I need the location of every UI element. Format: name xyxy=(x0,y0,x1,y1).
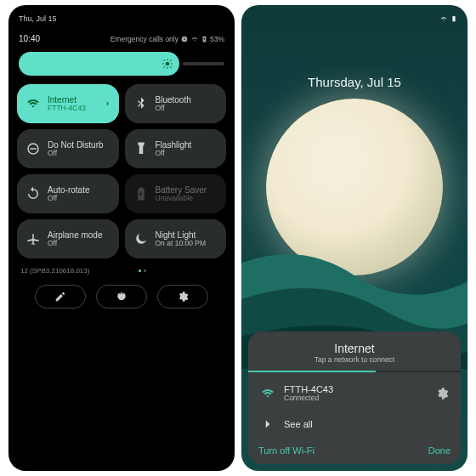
svg-line-8 xyxy=(170,60,171,60)
page-indicator xyxy=(139,269,146,272)
brightness-row xyxy=(8,47,235,84)
svg-line-6 xyxy=(170,66,171,67)
sheet-title: Internet xyxy=(258,342,450,355)
battery-icon xyxy=(133,186,149,201)
tile-sub: Unavailable xyxy=(156,195,207,202)
settings-button[interactable] xyxy=(157,285,208,309)
wifi-icon xyxy=(190,35,199,43)
tile-bluetooth[interactable]: BluetoothOff xyxy=(125,84,227,123)
sheet-footer: Turn off Wi-Fi Done xyxy=(258,439,450,456)
svg-line-7 xyxy=(163,66,164,67)
rotate-icon xyxy=(26,186,41,201)
tile-night-light[interactable]: Night LightOn at 10:00 PM xyxy=(125,219,227,258)
tile-sub: Off xyxy=(48,195,89,202)
alarm-icon xyxy=(180,35,189,43)
moon-icon xyxy=(133,231,149,246)
tile-internet[interactable]: InternetFTTH-4C43 xyxy=(17,84,119,123)
airplane-icon xyxy=(26,231,41,246)
qs-header: 10:40 Emergency calls only 53% xyxy=(8,27,235,47)
wifi-icon xyxy=(260,386,275,401)
qs-footer xyxy=(8,278,235,315)
network-row[interactable]: FTTH-4C43Connected xyxy=(258,377,450,410)
phone-lockscreen: Thursday, Jul 15 Internet Tap a network … xyxy=(241,5,468,471)
svg-line-5 xyxy=(163,60,164,60)
qs-tiles: InternetFTTH-4C43 BluetoothOff Do Not Di… xyxy=(8,84,235,258)
tile-sub: Off xyxy=(156,105,191,112)
edit-button[interactable] xyxy=(35,285,86,309)
battery-percent: 53% xyxy=(210,35,224,43)
done-button[interactable]: Done xyxy=(428,445,450,456)
brightness-slider[interactable] xyxy=(19,52,179,76)
status-bar: Thu, Jul 15 xyxy=(8,5,235,27)
brightness-knob[interactable] xyxy=(159,55,176,72)
chevron-right-icon xyxy=(260,416,275,432)
network-settings-button[interactable] xyxy=(435,387,449,400)
emergency-label: Emergency calls only xyxy=(110,35,178,43)
bluetooth-icon xyxy=(133,96,149,111)
flashlight-icon xyxy=(133,141,149,156)
brightness-track xyxy=(183,62,224,65)
pencil-icon xyxy=(54,291,66,303)
tile-battery-saver[interactable]: Battery SaverUnavailable xyxy=(125,174,227,213)
brightness-icon xyxy=(162,58,173,70)
qs-clock: 10:40 xyxy=(19,34,40,43)
tile-sub: Off xyxy=(156,150,192,157)
build-label: 12 (SPB3.210618.013) xyxy=(20,267,89,275)
power-icon xyxy=(116,291,128,303)
svg-point-0 xyxy=(165,62,169,66)
build-row: 12 (SPB3.210618.013) xyxy=(8,258,235,278)
network-status: Connected xyxy=(284,394,427,403)
phone-quick-settings: Thu, Jul 15 10:40 Emergency calls only 5… xyxy=(8,5,235,471)
tile-dnd[interactable]: Do Not DisturbOff xyxy=(17,129,119,168)
turn-off-wifi-button[interactable]: Turn off Wi-Fi xyxy=(258,445,314,456)
chevron-right-icon xyxy=(104,96,112,111)
power-button[interactable] xyxy=(96,285,147,309)
qs-header-right: Emergency calls only 53% xyxy=(110,35,224,43)
wifi-icon xyxy=(26,96,41,111)
sheet-progress xyxy=(248,371,461,372)
tile-sub: Off xyxy=(48,240,102,247)
battery-charging-icon xyxy=(201,35,208,43)
tile-sub: FTTH-4C43 xyxy=(48,105,86,112)
status-bar-date: Thu, Jul 15 xyxy=(19,14,57,23)
tile-flashlight[interactable]: FlashlightOff xyxy=(125,129,227,168)
tile-airplane[interactable]: Airplane modeOff xyxy=(17,219,119,258)
dnd-icon xyxy=(26,141,41,156)
tile-autorotate[interactable]: Auto-rotateOff xyxy=(17,174,119,213)
internet-sheet: Internet Tap a network to connect FTTH-4… xyxy=(248,332,461,464)
see-all-label: See all xyxy=(284,419,449,430)
tile-sub: Off xyxy=(48,150,104,157)
gear-icon xyxy=(177,291,189,303)
gear-icon xyxy=(435,387,449,400)
tile-sub: On at 10:00 PM xyxy=(156,240,207,247)
see-all-row[interactable]: See all xyxy=(258,410,450,439)
sheet-subtitle: Tap a network to connect xyxy=(258,355,450,364)
